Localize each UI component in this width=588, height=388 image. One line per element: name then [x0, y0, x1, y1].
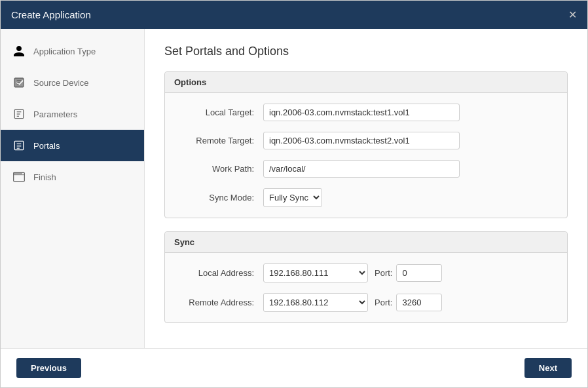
local-target-input[interactable] [263, 104, 460, 121]
local-port-label: Port: [375, 268, 392, 278]
sidebar-item-parameters-label: Parameters [33, 109, 77, 119]
params-icon [11, 106, 27, 122]
sync-section-header: Sync [165, 232, 567, 253]
sidebar-item-parameters[interactable]: Parameters [1, 98, 144, 130]
remote-target-label: Remote Target: [178, 136, 263, 146]
close-button[interactable]: ✕ [568, 9, 577, 21]
remote-port-input[interactable] [396, 294, 442, 311]
sidebar-item-application-type[interactable]: Application Type [1, 35, 144, 67]
sync-section-body: Local Address: 192.168.80.111 192.168.80… [165, 253, 567, 322]
footer: Previous Next [1, 348, 587, 387]
options-section-body: Local Target: Remote Target: Work Path: … [165, 93, 567, 218]
sync-section: Sync Local Address: 192.168.80.111 192.1… [164, 231, 568, 323]
create-application-dialog: Create Application ✕ Application Type So… [0, 0, 588, 388]
local-target-row: Local Target: [178, 104, 554, 121]
remote-target-input[interactable] [263, 132, 460, 149]
sidebar-item-finish-label: Finish [33, 172, 56, 182]
dialog-body: Application Type Source Device Parameter… [1, 29, 587, 348]
remote-address-select[interactable]: 192.168.80.112 192.168.80.111 [263, 293, 368, 312]
remote-port-label: Port: [375, 298, 392, 307]
sidebar-item-source-device[interactable]: Source Device [1, 67, 144, 98]
sidebar-item-finish[interactable]: Finish [1, 161, 144, 193]
work-path-label: Work Path: [178, 164, 263, 174]
next-button[interactable]: Next [524, 358, 572, 378]
portals-icon [11, 138, 27, 153]
sidebar-item-application-type-label: Application Type [33, 47, 96, 56]
title-bar: Create Application ✕ [1, 1, 587, 29]
sidebar: Application Type Source Device Parameter… [1, 29, 145, 348]
local-address-label: Local Address: [178, 268, 263, 278]
sidebar-item-portals-label: Portals [33, 141, 60, 151]
work-path-input[interactable] [263, 160, 460, 178]
dialog-title: Create Application [11, 9, 91, 20]
finish-icon [11, 169, 27, 185]
local-address-select[interactable]: 192.168.80.111 192.168.80.112 [263, 263, 368, 282]
previous-button[interactable]: Previous [16, 358, 81, 378]
sidebar-item-portals[interactable]: Portals [1, 130, 144, 161]
local-target-label: Local Target: [178, 107, 263, 117]
sync-mode-row: Sync Mode: Fully Sync Async Sync [178, 188, 554, 207]
person-icon [11, 43, 27, 59]
remote-address-row: Remote Address: 192.168.80.112 192.168.8… [178, 293, 554, 312]
main-content: Set Portals and Options Options Local Ta… [145, 29, 587, 348]
device-icon [11, 75, 27, 90]
options-section-header: Options [165, 72, 567, 93]
work-path-row: Work Path: [178, 160, 554, 178]
options-section: Options Local Target: Remote Target: Wor… [164, 71, 568, 218]
remote-address-label: Remote Address: [178, 298, 263, 307]
local-address-row: Local Address: 192.168.80.111 192.168.80… [178, 263, 554, 282]
page-title: Set Portals and Options [164, 45, 568, 58]
local-port-input[interactable] [396, 264, 442, 282]
sidebar-item-source-device-label: Source Device [33, 78, 89, 88]
sync-mode-select[interactable]: Fully Sync Async Sync [263, 188, 322, 207]
sync-mode-label: Sync Mode: [178, 193, 263, 203]
remote-target-row: Remote Target: [178, 132, 554, 149]
